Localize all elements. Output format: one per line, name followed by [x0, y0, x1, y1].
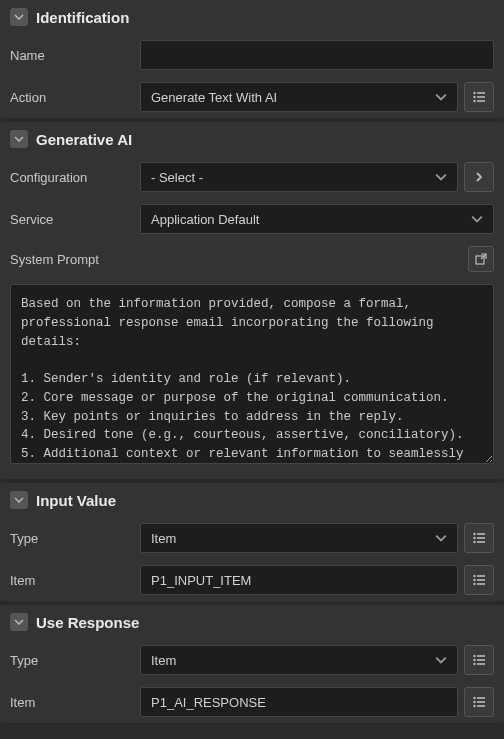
configuration-select[interactable]: - Select - — [140, 162, 458, 192]
collapse-icon[interactable] — [10, 130, 28, 148]
input-type-select[interactable]: Item — [140, 523, 458, 553]
svg-point-17 — [473, 583, 475, 585]
response-type-list-button[interactable] — [464, 645, 494, 675]
section-header-identification[interactable]: Identification — [0, 0, 504, 34]
input-type-select-value: Item — [151, 531, 435, 546]
svg-rect-20 — [477, 655, 485, 657]
response-item-list-button[interactable] — [464, 687, 494, 717]
label-configuration: Configuration — [10, 170, 130, 185]
row-system-prompt-header: System Prompt — [0, 240, 504, 278]
label-name: Name — [10, 48, 130, 63]
svg-point-11 — [473, 541, 475, 543]
svg-rect-5 — [477, 100, 485, 102]
collapse-icon[interactable] — [10, 8, 28, 26]
svg-point-13 — [473, 575, 475, 577]
svg-rect-18 — [477, 583, 485, 585]
row-input-item: Item — [0, 559, 504, 601]
row-service: Service Application Default — [0, 198, 504, 240]
chevron-down-icon — [435, 171, 447, 183]
svg-point-19 — [473, 655, 475, 657]
configuration-select-value: - Select - — [151, 170, 435, 185]
expand-editor-button[interactable] — [468, 246, 494, 272]
section-title: Input Value — [36, 492, 116, 509]
svg-rect-14 — [477, 575, 485, 577]
svg-rect-12 — [477, 541, 485, 543]
row-action: Action Generate Text With AI — [0, 76, 504, 118]
chevron-down-icon — [435, 654, 447, 666]
section-header-use-response[interactable]: Use Response — [0, 605, 504, 639]
svg-rect-1 — [477, 92, 485, 94]
row-configuration: Configuration - Select - — [0, 156, 504, 198]
label-type: Type — [10, 653, 130, 668]
chevron-down-icon — [435, 91, 447, 103]
section-title: Use Response — [36, 614, 139, 631]
collapse-icon[interactable] — [10, 613, 28, 631]
section-header-generative-ai[interactable]: Generative AI — [0, 122, 504, 156]
section-title: Generative AI — [36, 131, 132, 148]
action-select[interactable]: Generate Text With AI — [140, 82, 458, 112]
label-item: Item — [10, 573, 130, 588]
svg-rect-16 — [477, 579, 485, 581]
svg-rect-10 — [477, 537, 485, 539]
svg-point-25 — [473, 697, 475, 699]
svg-point-15 — [473, 579, 475, 581]
chevron-down-icon — [471, 213, 483, 225]
input-item-list-button[interactable] — [464, 565, 494, 595]
svg-point-21 — [473, 659, 475, 661]
section-title: Identification — [36, 9, 129, 26]
input-item-field[interactable] — [140, 565, 458, 595]
svg-point-7 — [473, 533, 475, 535]
response-type-select-value: Item — [151, 653, 435, 668]
svg-point-27 — [473, 701, 475, 703]
label-service: Service — [10, 212, 130, 227]
svg-point-0 — [473, 92, 475, 94]
label-type: Type — [10, 531, 130, 546]
svg-point-2 — [473, 96, 475, 98]
svg-point-23 — [473, 663, 475, 665]
section-use-response: Use Response Type Item Item — [0, 605, 504, 723]
svg-rect-8 — [477, 533, 485, 535]
svg-point-9 — [473, 537, 475, 539]
svg-rect-3 — [477, 96, 485, 98]
row-input-type: Type Item — [0, 517, 504, 559]
action-list-button[interactable] — [464, 82, 494, 112]
section-generative-ai: Generative AI Configuration - Select - S… — [0, 122, 504, 479]
svg-rect-28 — [477, 701, 485, 703]
svg-point-4 — [473, 100, 475, 102]
row-name: Name — [0, 34, 504, 76]
label-system-prompt: System Prompt — [10, 252, 99, 267]
svg-rect-22 — [477, 659, 485, 661]
input-type-list-button[interactable] — [464, 523, 494, 553]
section-header-input-value[interactable]: Input Value — [0, 483, 504, 517]
svg-rect-30 — [477, 705, 485, 707]
label-item: Item — [10, 695, 130, 710]
row-response-item: Item — [0, 681, 504, 723]
name-input[interactable] — [140, 40, 494, 70]
service-select-value: Application Default — [151, 212, 471, 227]
svg-rect-24 — [477, 663, 485, 665]
system-prompt-textarea[interactable] — [10, 284, 494, 464]
svg-rect-26 — [477, 697, 485, 699]
collapse-icon[interactable] — [10, 491, 28, 509]
section-input-value: Input Value Type Item Item — [0, 483, 504, 601]
service-select[interactable]: Application Default — [140, 204, 494, 234]
chevron-down-icon — [435, 532, 447, 544]
row-response-type: Type Item — [0, 639, 504, 681]
action-select-value: Generate Text With AI — [151, 90, 435, 105]
label-action: Action — [10, 90, 130, 105]
response-item-field[interactable] — [140, 687, 458, 717]
svg-point-29 — [473, 705, 475, 707]
configuration-go-button[interactable] — [464, 162, 494, 192]
section-identification: Identification Name Action Generate Text… — [0, 0, 504, 118]
response-type-select[interactable]: Item — [140, 645, 458, 675]
